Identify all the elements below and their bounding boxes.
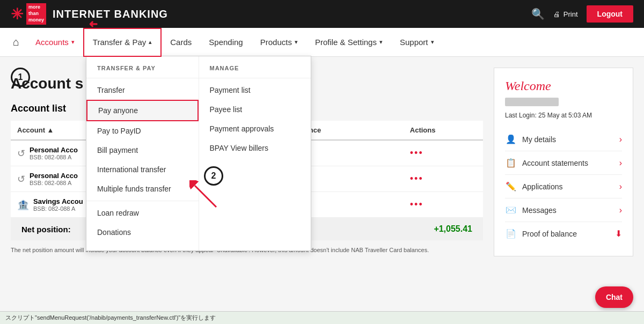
proof-of-balance-icon: 📄: [505, 229, 517, 239]
account-icon: ↺: [17, 173, 25, 185]
nav-accounts[interactable]: Accounts ▾: [27, 28, 83, 57]
nab-star-icon: ✳: [11, 5, 23, 23]
last-login: Last Login: 25 May at 5:03 AM: [505, 112, 622, 119]
dropdown-payment-list[interactable]: Payment list: [199, 80, 311, 100]
account-sub: BSB: 082-088 A: [30, 154, 78, 160]
nav-cards[interactable]: Cards: [162, 28, 200, 57]
welcome-title: Welcome: [505, 79, 622, 93]
profile-label: Profile & Settings: [315, 38, 377, 47]
quick-link-applications[interactable]: ✏️ Applications ›: [505, 175, 622, 198]
dropdown-col2-header: MANAGE: [199, 65, 311, 78]
applications-label: Applications: [522, 182, 563, 191]
accounts-chevron: ▾: [71, 39, 75, 46]
account-name[interactable]: Personal Acco: [30, 172, 78, 180]
account-icon: ↺: [17, 148, 25, 159]
dropdown-col1-header: TRANSFER & PAY: [86, 65, 199, 78]
quick-link-messages[interactable]: ✉️ Messages ›: [505, 198, 622, 222]
nav-products[interactable]: Products ▾: [252, 28, 306, 57]
quick-link-my-details[interactable]: 👤 My details ›: [505, 128, 622, 151]
account-statements-icon: 📋: [505, 158, 517, 168]
printer-icon: 🖨: [553, 10, 560, 18]
actions-cell[interactable]: •••: [404, 140, 483, 166]
welcome-card: Welcome Last Login: 25 May at 5:03 AM 👤 …: [494, 68, 633, 256]
actions-menu[interactable]: •••: [410, 173, 423, 184]
nav-support[interactable]: Support ▾: [391, 28, 443, 57]
actions-cell[interactable]: •••: [404, 192, 483, 218]
dropdown-pay-anyone[interactable]: Pay anyone: [86, 100, 199, 121]
applications-arrow-icon: ›: [619, 182, 622, 192]
last-login-label: Last Login:: [505, 112, 537, 119]
dropdown-col-manage: MANAGE Payment list Payee list Payment a…: [199, 56, 311, 251]
products-label: Products: [260, 38, 292, 47]
bank-title: INTERNET BANKING: [53, 8, 168, 20]
dropdown-bill-payment[interactable]: Bill payment: [86, 141, 199, 160]
right-panel: Welcome Last Login: 25 May at 5:03 AM 👤 …: [494, 68, 633, 265]
account-sub: BSB: 082-088 A: [30, 180, 78, 186]
support-label: Support: [400, 38, 428, 47]
my-details-label: My details: [522, 135, 556, 144]
spending-label: Spending: [209, 38, 243, 47]
dropdown-payee-list[interactable]: Payee list: [199, 100, 311, 119]
dropdown-donations[interactable]: Donations: [86, 223, 199, 242]
last-login-value: 25 May at 5:03 AM: [538, 112, 592, 119]
savings-icon: 🏦: [17, 199, 29, 211]
print-button[interactable]: 🖨 Print: [553, 10, 578, 18]
main-nav: ⌂ Accounts ▾ ➜ Transfer & Pay ▴ Cards Sp…: [0, 28, 644, 57]
proof-of-balance-download-icon: ⬇: [615, 229, 622, 239]
quick-link-account-statements[interactable]: 📋 Account statements ›: [505, 151, 622, 175]
nab-tagline: morethanmoney: [26, 3, 46, 24]
messages-arrow-icon: ›: [619, 205, 622, 215]
nav-transfer-pay[interactable]: Transfer & Pay ▴: [83, 28, 162, 57]
dropdown-multiple[interactable]: Multiple funds transfer: [86, 179, 199, 198]
account-statements-label: Account statements: [522, 159, 588, 167]
account-name[interactable]: Savings Accou: [33, 197, 83, 205]
top-bar-right: 🔍 🖨 Print Logout: [531, 5, 633, 23]
actions-menu[interactable]: •••: [410, 148, 423, 158]
applications-icon: ✏️: [505, 181, 517, 192]
account-name[interactable]: Personal Acco: [30, 146, 78, 154]
quick-link-proof-of-balance[interactable]: 📄 Proof of balance ⬇: [505, 222, 622, 245]
user-name-redacted: [505, 98, 559, 106]
dropdown-loan-redraw[interactable]: Loan redraw: [86, 203, 199, 223]
actions-cell[interactable]: •••: [404, 166, 483, 192]
nav-spending[interactable]: Spending: [200, 28, 251, 57]
dropdown-transfer[interactable]: Transfer: [86, 80, 199, 100]
logout-button[interactable]: Logout: [587, 5, 633, 23]
accounts-label: Accounts: [35, 38, 69, 47]
nab-logo: ✳ morethanmoney: [11, 3, 46, 24]
dropdown-pay-payid[interactable]: Pay to PayID: [86, 121, 199, 141]
dropdown-payment-approvals[interactable]: Payment approvals: [199, 119, 311, 138]
col-actions: Actions: [404, 121, 483, 140]
step1-badge: 1: [11, 68, 30, 87]
dropdown-international[interactable]: International transfer: [86, 160, 199, 179]
account-sub: BSB: 082-088 A: [33, 205, 83, 212]
search-icon[interactable]: 🔍: [531, 8, 545, 20]
transfer-pay-label: Transfer & Pay: [93, 38, 146, 47]
messages-icon: ✉️: [505, 205, 517, 215]
net-position-value: +1,055.41: [434, 224, 472, 234]
profile-chevron: ▾: [379, 39, 383, 46]
actions-menu[interactable]: •••: [410, 199, 423, 210]
my-details-icon: 👤: [505, 134, 517, 144]
proof-of-balance-label: Proof of balance: [522, 230, 577, 238]
nav-profile[interactable]: Profile & Settings ▾: [306, 28, 391, 57]
transfer-pay-dropdown: TRANSFER & PAY Transfer Pay anyone Pay t…: [86, 56, 311, 251]
transfer-pay-chevron: ▴: [149, 39, 152, 46]
my-details-arrow-icon: ›: [619, 135, 622, 144]
account-statements-arrow-icon: ›: [619, 158, 622, 168]
dropdown-bpay[interactable]: BPAY View billers: [199, 138, 311, 158]
home-nav-icon[interactable]: ⌂: [5, 36, 27, 48]
messages-label: Messages: [522, 206, 557, 215]
products-chevron: ▾: [295, 39, 298, 46]
support-chevron: ▾: [431, 39, 434, 46]
cards-label: Cards: [170, 38, 192, 47]
dropdown-col-transfer: TRANSFER & PAY Transfer Pay anyone Pay t…: [86, 56, 199, 251]
net-position-label: Net position:: [21, 225, 71, 234]
